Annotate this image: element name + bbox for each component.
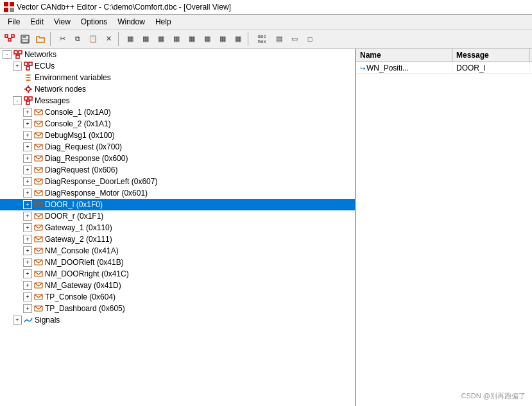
toolbar-paste-btn[interactable]: 📋 [86,32,100,46]
toolbar-msg-btn7[interactable]: ▦ [216,32,230,46]
tree-icon-env-vars [23,72,33,83]
tree-expander-diagresp-motor[interactable]: + [23,189,32,198]
toolbar-open-btn[interactable] [33,32,47,46]
toolbar-dec-hex-btn[interactable]: dechex [253,32,271,46]
tree-expander-messages[interactable]: - [13,96,22,105]
toolbar-msg-btn6[interactable]: ▦ [200,32,214,46]
tree-expander-networks[interactable]: - [3,50,12,59]
tree-label-diagresp-doorleft: DiagResponse_DoorLeft (0x607) [45,177,157,186]
toolbar-msg-btn1[interactable]: ▦ [123,32,137,46]
tree-expander-console1[interactable]: + [23,108,32,117]
tree-icon-nm-doorleft [33,257,44,267]
tree-item-env-vars[interactable]: Environment variables [0,72,355,83]
tree-item-nm-doorright[interactable]: + NM_DOORright (0x41C) [0,268,355,280]
tree-item-networks[interactable]: - Networks [0,49,355,60]
menu-edit[interactable]: Edit [25,16,49,28]
tree-expander-gateway1[interactable]: + [23,223,32,232]
svg-rect-1 [10,2,14,6]
svg-rect-10 [22,35,26,38]
toolbar-view-btn2[interactable]: ▭ [287,32,302,46]
menu-options[interactable]: Options [76,16,112,28]
tree-expander-diag-resp[interactable]: + [23,154,32,163]
menu-file[interactable]: File [3,16,25,28]
toolbar-cut-btn[interactable]: ✂ [55,32,69,46]
right-row-0[interactable]: ↪WN_Positi...DOOR_l- [356,62,532,74]
tree-expander-nm-doorleft[interactable]: + [23,258,32,267]
right-panel: Name Message Mul ↪WN_Positi...DOOR_l- [356,49,532,406]
tree-expander-empty-env-vars[interactable] [13,73,22,82]
tree-item-debugmsg1[interactable]: + DebugMsg1 (0x100) [0,130,355,141]
tree-item-nm-doorleft[interactable]: + NM_DOORleft (0x41B) [0,257,355,268]
menu-help[interactable]: Help [150,16,176,28]
tree-label-network-nodes: Network nodes [35,85,86,94]
tree-label-env-vars: Environment variables [35,73,111,82]
tree-icon-console2 [33,119,44,129]
tree-item-messages[interactable]: - Messages [0,95,355,106]
svg-rect-29 [26,101,30,105]
main-area: - Networks+ ECUs Environment variables N… [0,49,532,406]
tree-item-tp-dashboard[interactable]: + TP_Dashboard (0x605) [0,303,355,314]
tree-label-diagrequest: DiagRequest (0x606) [45,165,117,174]
toolbar-msg-btn8[interactable]: ▦ [231,32,245,46]
tree-item-diagrequest[interactable]: + DiagRequest (0x606) [0,164,355,176]
tree-item-door-l[interactable]: + DOOR_l (0x1F0) [0,199,355,210]
svg-rect-0 [4,2,8,6]
tree-expander-empty-network-nodes[interactable] [13,85,22,94]
tree-item-network-nodes[interactable]: Network nodes [0,83,355,95]
toolbar-msg-btn5[interactable]: ▦ [185,32,199,46]
tree-icon-door-l [33,199,44,210]
tree-label-gateway1: Gateway_1 (0x110) [45,223,112,232]
toolbar-view-btn3[interactable]: □ [303,32,317,46]
tree-item-nm-console[interactable]: + NM_Console (0x41A) [0,245,355,257]
tree-expander-door-l[interactable]: + [23,200,32,209]
toolbar-msg-btn2[interactable]: ▦ [139,32,153,46]
toolbar-msg-btn3[interactable]: ▦ [154,32,168,46]
tree-item-door-r[interactable]: + DOOR_r (0x1F1) [0,210,355,222]
tree-item-signals[interactable]: + Signals [0,314,355,326]
tree-expander-tp-dashboard[interactable]: + [23,304,32,313]
toolbar-save-btn[interactable] [18,32,32,46]
tree-expander-ecus[interactable]: + [13,62,22,71]
tree-item-nm-gateway[interactable]: + NM_Gateway (0x41D) [0,280,355,291]
right-table-header: Name Message Mul [356,49,532,62]
svg-rect-17 [24,62,28,65]
tree-expander-diag-req[interactable]: + [23,142,32,151]
tree-expander-tp-console[interactable]: + [23,292,32,301]
toolbar: ✂ ⧉ 📋 ✕ ▦ ▦ ▦ ▦ ▦ ▦ ▦ ▦ dechex ▤ ▭ □ [0,30,532,49]
tree-expander-debugmsg1[interactable]: + [23,131,32,140]
toolbar-delete-btn[interactable]: ✕ [101,32,116,46]
tree-expander-signals[interactable]: + [13,316,22,325]
tree-expander-nm-doorright[interactable]: + [23,269,32,278]
toolbar-view-btn1[interactable]: ▤ [272,32,286,46]
tree-expander-nm-gateway[interactable]: + [23,281,32,290]
svg-rect-18 [29,62,32,65]
tree-expander-diagrequest[interactable]: + [23,165,32,174]
tree-item-diag-req[interactable]: + Diag_Request (0x700) [0,141,355,153]
tree-item-diag-resp[interactable]: + Diag_Response (0x600) [0,153,355,164]
svg-rect-19 [26,67,30,70]
menu-window[interactable]: Window [112,16,150,28]
tree-expander-diagresp-doorleft[interactable]: + [23,177,32,186]
tree-label-gateway2: Gateway_2 (0x111) [45,235,112,244]
tree-item-diagresp-motor[interactable]: + DiagResponse_Motor (0x601) [0,187,355,199]
toolbar-sep-1 [50,32,53,46]
tree-item-console2[interactable]: + Console_2 (0x1A1) [0,118,355,130]
tree-item-console1[interactable]: + Console_1 (0x1A0) [0,106,355,118]
tree-expander-door-r[interactable]: + [23,212,32,221]
tree-expander-gateway2[interactable]: + [23,235,32,244]
tree-item-diagresp-doorleft[interactable]: + DiagResponse_DoorLeft (0x607) [0,176,355,187]
tree-label-tp-dashboard: TP_Dashboard (0x605) [45,304,125,313]
tree-item-gateway1[interactable]: + Gateway_1 (0x110) [0,222,355,233]
menu-view[interactable]: View [49,16,76,28]
toolbar-network-btn[interactable] [3,32,17,46]
tree-label-debugmsg1: DebugMsg1 (0x100) [45,131,115,140]
tree-item-tp-console[interactable]: + TP_Console (0x604) [0,291,355,303]
toolbar-msg-btn4[interactable]: ▦ [169,32,184,46]
tree-expander-console2[interactable]: + [23,119,32,128]
tree-item-ecus[interactable]: + ECUs [0,60,355,72]
tree-label-tp-console: TP_Console (0x604) [45,292,116,301]
tree-icon-nm-console [33,246,44,256]
toolbar-copy-btn[interactable]: ⧉ [71,32,85,46]
tree-expander-nm-console[interactable]: + [23,246,32,255]
tree-item-gateway2[interactable]: + Gateway_2 (0x111) [0,233,355,245]
